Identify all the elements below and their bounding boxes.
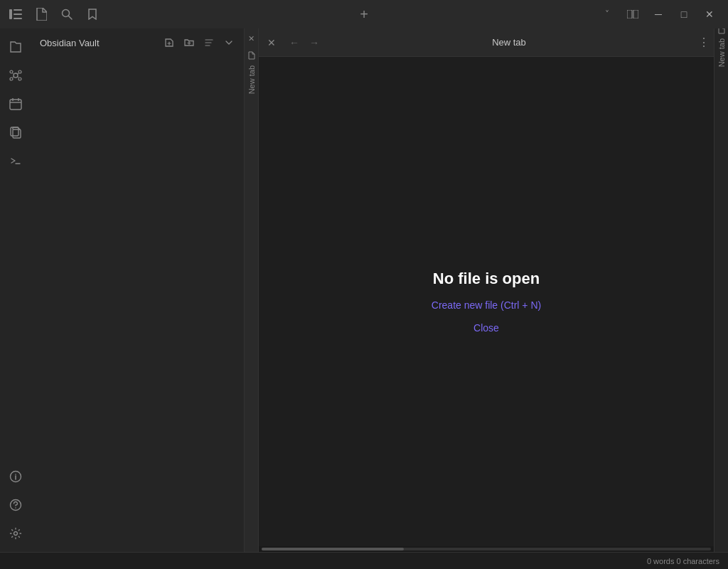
right-panel-header: ✕ New tab: [714, 28, 728, 57]
nav-forward-button[interactable]: →: [304, 28, 324, 57]
main-layout: Obsidian Vault: [0, 28, 728, 552]
titlebar-left: [9, 7, 100, 21]
right-panel: ✕ New tab: [714, 28, 728, 552]
sidebar-header: Obsidian Vault: [31, 28, 244, 57]
editor-area: No file is open Create new file (Ctrl + …: [259, 57, 714, 546]
maximize-button[interactable]: □: [674, 4, 694, 24]
svg-line-13: [12, 73, 14, 75]
svg-line-15: [12, 77, 14, 78]
svg-rect-7: [633, 10, 638, 18]
left-tab-file-icon: [245, 48, 259, 63]
svg-line-5: [69, 16, 73, 20]
vault-title: Obsidian Vault: [40, 38, 100, 48]
titlebar-right: ˅ ─ □ ✕: [597, 4, 719, 24]
sidebar: Obsidian Vault: [31, 28, 245, 552]
left-tab-label[interactable]: New tab: [247, 65, 256, 94]
svg-point-28: [15, 507, 16, 509]
scroll-track[interactable]: [262, 548, 711, 551]
new-tab-icon[interactable]: +: [357, 7, 371, 21]
word-count: 0 words 0 characters: [647, 557, 719, 565]
create-new-file-link[interactable]: Create new file (Ctrl + N): [432, 299, 541, 311]
titlebar-center: +: [357, 7, 371, 21]
svg-rect-22: [11, 127, 18, 136]
calendar-icon[interactable]: [3, 91, 28, 117]
info-icon[interactable]: [3, 464, 28, 489]
close-link[interactable]: Close: [473, 322, 499, 334]
tab-close-button[interactable]: ✕: [259, 28, 284, 57]
svg-rect-2: [14, 14, 22, 15]
svg-rect-1: [14, 9, 22, 11]
sort-button[interactable]: [200, 33, 218, 52]
minimize-button[interactable]: ─: [648, 4, 668, 24]
svg-rect-6: [627, 10, 632, 18]
sidebar-content: [31, 57, 244, 552]
svg-rect-3: [14, 18, 22, 19]
collapse-button[interactable]: [220, 33, 238, 52]
svg-rect-0: [9, 9, 12, 19]
statusbar: 0 words 0 characters: [0, 552, 728, 569]
svg-point-26: [15, 474, 16, 475]
scroll-thumb: [262, 548, 404, 551]
bookmark-icon[interactable]: [85, 7, 100, 21]
panels-icon[interactable]: [623, 4, 643, 24]
copy-icon[interactable]: [3, 119, 28, 145]
expand-icon[interactable]: ˅: [597, 4, 617, 24]
search-icon[interactable]: [60, 7, 74, 21]
graph-icon[interactable]: [3, 63, 28, 88]
tab-panel: ✕ ← → New tab ⋮ No file is open Create n…: [259, 28, 714, 552]
svg-point-11: [10, 78, 13, 80]
help-icon[interactable]: [3, 492, 28, 518]
left-vertical-tab: ✕ New tab: [245, 28, 259, 552]
titlebar: + ˅ ─ □ ✕: [0, 0, 728, 28]
content-area: ✕ New tab ✕ ← → New tab ⋮ No file is ope…: [245, 28, 728, 552]
nav-back-button[interactable]: ←: [284, 28, 304, 57]
no-file-title: No file is open: [433, 270, 540, 288]
svg-point-9: [10, 70, 13, 73]
activity-bar-bottom: [3, 464, 28, 546]
activity-bar: [0, 28, 31, 552]
activity-bar-top: [3, 34, 28, 461]
svg-point-8: [14, 73, 18, 78]
terminal-icon[interactable]: [3, 148, 28, 174]
tab-more-button[interactable]: ⋮: [694, 28, 714, 57]
svg-rect-21: [13, 129, 21, 138]
right-tab-label[interactable]: New tab: [717, 36, 726, 70]
svg-rect-17: [10, 100, 21, 110]
svg-line-14: [18, 73, 19, 75]
sidebar-toggle-icon[interactable]: [9, 7, 23, 21]
svg-line-16: [18, 77, 19, 78]
scroll-area: [259, 546, 714, 552]
new-folder-button[interactable]: [180, 33, 198, 52]
new-note-button[interactable]: [160, 33, 178, 52]
svg-point-10: [18, 70, 21, 73]
sidebar-actions: [160, 33, 238, 52]
tab-title: New tab: [324, 37, 694, 48]
tab-header: ✕ ← → New tab ⋮: [259, 28, 714, 57]
right-tab-file-icon: [714, 28, 729, 34]
svg-point-12: [18, 78, 21, 80]
settings-icon[interactable]: [3, 521, 28, 546]
close-button[interactable]: ✕: [700, 4, 719, 24]
files-icon[interactable]: [34, 7, 48, 21]
svg-point-29: [14, 532, 18, 536]
files-nav-icon[interactable]: [3, 34, 28, 60]
left-tab-close-button[interactable]: ✕: [245, 31, 259, 46]
